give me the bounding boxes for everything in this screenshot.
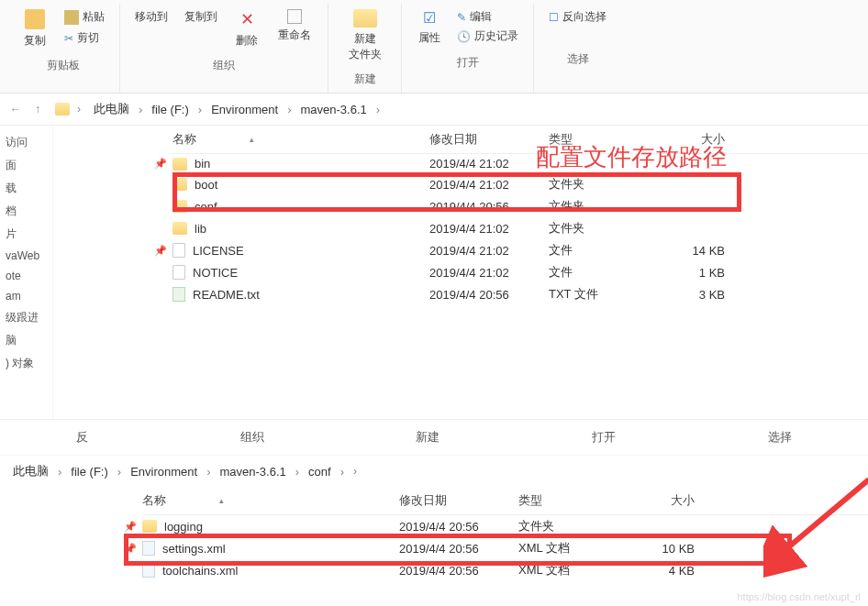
properties-icon: ☑ xyxy=(423,9,436,27)
sidebar: 访问面载档片vaWeboteam级跟进脑) 对象 xyxy=(0,126,53,419)
breadcrumb-item[interactable]: conf xyxy=(303,463,337,480)
sidebar-item[interactable]: 面 xyxy=(0,154,52,177)
file-date: 2019/4/4 21:02 xyxy=(429,222,549,236)
ribbon-group-new: 新建 文件夹 新建 xyxy=(328,4,402,93)
file-row[interactable]: boot2019/4/4 21:02文件夹 xyxy=(172,173,868,195)
delete-button[interactable]: ✕删除 xyxy=(230,7,263,50)
group-label: 剪贴板 xyxy=(47,58,80,73)
cut-button[interactable]: ✂剪切 xyxy=(61,28,108,48)
chevron-right-icon: › xyxy=(196,103,204,116)
col-type[interactable]: 类型 xyxy=(549,131,668,148)
select-label[interactable]: 选择 xyxy=(768,429,792,446)
up-button[interactable]: ↑ xyxy=(29,101,46,117)
copyto-button[interactable]: 复制到 xyxy=(181,7,221,27)
file-type: TXT 文件 xyxy=(549,286,668,303)
lower-ribbon: 反 组织 新建 打开 选择 xyxy=(0,419,868,455)
file-type: 文件 xyxy=(549,264,668,281)
sidebar-item[interactable]: ) 对象 xyxy=(0,352,52,375)
file-icon xyxy=(172,243,185,258)
file-row[interactable]: README.txt2019/4/4 20:56TXT 文件3 KB xyxy=(172,283,868,305)
chevron-right-icon: › xyxy=(116,465,123,479)
newfolder-button[interactable]: 新建 文件夹 xyxy=(343,7,387,64)
rename-button[interactable]: 重命名 xyxy=(273,7,317,45)
breadcrumb-item[interactable]: file (F:) xyxy=(65,463,113,480)
breadcrumb-item[interactable]: 此电脑 xyxy=(88,99,135,119)
address-bar-2: 此电脑›file (F:)›Environment›maven-3.6.1›co… xyxy=(0,455,868,487)
file-row[interactable]: NOTICE2019/4/4 21:02文件1 KB xyxy=(172,261,868,283)
file-name: lib xyxy=(195,222,206,236)
file-date: 2019/4/4 20:56 xyxy=(399,542,518,556)
history-icon: 🕓 xyxy=(457,30,471,43)
chevron-right-icon: › xyxy=(137,103,144,116)
sidebar-item[interactable]: 访问 xyxy=(0,131,52,154)
sidebar-item[interactable]: 片 xyxy=(0,223,52,246)
edit-button[interactable]: ✎编辑 xyxy=(453,7,522,27)
folder-icon xyxy=(172,158,187,171)
lower-sidebar-item[interactable]: 反 xyxy=(76,429,88,446)
file-row[interactable]: lib2019/4/4 21:02文件夹 xyxy=(172,217,868,239)
rename-icon xyxy=(287,9,302,24)
col-type[interactable]: 类型 xyxy=(518,492,638,509)
breadcrumb-item[interactable]: 此电脑 xyxy=(7,461,54,481)
invert-select-button[interactable]: ☐反向选择 xyxy=(545,7,610,27)
watermark: https://blog.csdn.net/xupt_rl xyxy=(737,591,861,602)
file-type: 文件夹 xyxy=(518,518,638,534)
folder-icon xyxy=(172,200,187,213)
file-row[interactable]: conf2019/4/4 20:56文件夹 xyxy=(172,195,868,217)
sidebar-item[interactable]: 脑 xyxy=(0,329,52,352)
sidebar-item[interactable]: am xyxy=(0,286,52,306)
breadcrumb-item[interactable]: file (F:) xyxy=(146,101,194,118)
col-name[interactable]: 名称▴ xyxy=(142,492,399,509)
breadcrumb-item[interactable]: Environment xyxy=(125,463,203,480)
organize-label[interactable]: 组织 xyxy=(240,429,264,446)
sort-arrow-icon: ▴ xyxy=(250,135,254,144)
breadcrumb-item[interactable]: maven-3.6.1 xyxy=(214,463,291,480)
sidebar-item[interactable]: 级跟进 xyxy=(0,306,52,329)
file-name: README.txt xyxy=(193,288,260,302)
file-type: XML 文档 xyxy=(518,562,638,578)
file-name: conf xyxy=(195,200,217,214)
file-type: XML 文档 xyxy=(518,540,638,556)
paste-button[interactable]: 粘贴 xyxy=(61,7,108,27)
new-label[interactable]: 新建 xyxy=(416,429,440,446)
file-row[interactable]: 📌bin2019/4/4 21:02 xyxy=(172,154,868,173)
open-label[interactable]: 打开 xyxy=(592,429,616,446)
sidebar-item[interactable]: 档 xyxy=(0,200,52,223)
file-row[interactable]: 📌settings.xml2019/4/4 20:56XML 文档10 KB xyxy=(142,537,868,559)
copy-button[interactable]: 复制 xyxy=(18,7,51,50)
breadcrumb-item[interactable]: Environment xyxy=(206,101,284,118)
moveto-button[interactable]: 移动到 xyxy=(131,7,172,27)
col-date[interactable]: 修改日期 xyxy=(399,492,518,509)
file-date: 2019/4/4 21:02 xyxy=(429,157,549,171)
file-date: 2019/4/4 20:56 xyxy=(429,288,549,302)
breadcrumb: 此电脑›file (F:)›Environment›maven-3.6.1› xyxy=(88,99,382,119)
lower-file-panel: 名称▴ 修改日期 类型 大小 📌logging2019/4/4 20:56文件夹… xyxy=(0,487,868,581)
properties-button[interactable]: ☑属性 xyxy=(413,7,446,48)
file-row[interactable]: 📌logging2019/4/4 20:56文件夹 xyxy=(142,515,868,537)
file-row[interactable]: toolchains.xml2019/4/4 20:56XML 文档4 KB xyxy=(142,559,868,581)
file-list-panel: 名称▴ 修改日期 类型 大小 📌bin2019/4/4 21:02boot201… xyxy=(53,126,868,419)
folder-icon xyxy=(172,178,187,191)
col-size[interactable]: 大小 xyxy=(638,492,702,509)
breadcrumb-item[interactable]: maven-3.6.1 xyxy=(295,101,372,118)
ribbon-toolbar: 复制 粘贴 ✂剪切 剪贴板 移动到 复制到 ✕删除 重命名 组织 新建 文件夹 … xyxy=(0,0,868,94)
file-row[interactable]: 📌LICENSE2019/4/4 21:02文件14 KB xyxy=(172,239,868,261)
file-type: 文件夹 xyxy=(549,198,668,215)
file-name: logging xyxy=(164,520,203,534)
ribbon-group-open: ☑属性 ✎编辑 🕓历史记录 打开 xyxy=(402,4,534,93)
chevron-right-icon: › xyxy=(351,465,359,478)
sidebar-item[interactable]: ote xyxy=(0,266,52,286)
col-size[interactable]: 大小 xyxy=(668,131,732,148)
sidebar-item[interactable]: 载 xyxy=(0,177,52,200)
chevron-right-icon: › xyxy=(339,465,346,479)
invert-icon: ☐ xyxy=(549,11,559,24)
file-size: 1 KB xyxy=(668,266,732,280)
back-button[interactable]: ← xyxy=(7,101,24,117)
xml-icon xyxy=(142,541,155,556)
sidebar-item[interactable]: vaWeb xyxy=(0,246,52,266)
folder-icon xyxy=(142,520,157,533)
col-name[interactable]: 名称▴ xyxy=(172,131,429,148)
history-button[interactable]: 🕓历史记录 xyxy=(453,27,522,46)
file-date: 2019/4/4 20:56 xyxy=(399,520,518,534)
col-date[interactable]: 修改日期 xyxy=(429,131,549,148)
